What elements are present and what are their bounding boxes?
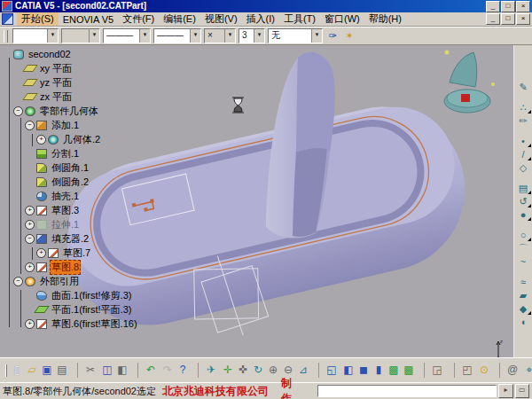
combo-dropdown-icon[interactable]: ▼ xyxy=(254,29,264,43)
tree-item-label[interactable]: 抽壳.1 xyxy=(50,190,81,203)
tree-item-label[interactable]: yz 平面 xyxy=(38,76,74,90)
menu-item[interactable]: 编辑(E) xyxy=(159,12,200,26)
tree-item-label[interactable]: 草图.7 xyxy=(61,246,92,260)
cut-icon[interactable]: ✂ xyxy=(77,363,99,378)
tree-expander-icon[interactable] xyxy=(25,121,35,130)
tree-item-label[interactable]: 外部引用 xyxy=(38,275,81,288)
point-icon[interactable]: • xyxy=(515,135,531,148)
loft-surface-icon[interactable]: ◆ xyxy=(515,302,531,316)
tree-item-label[interactable]: 草图.6(first!草图.16) xyxy=(50,317,139,331)
multi-point-icon[interactable]: ∴ xyxy=(515,101,531,114)
minimize-icon[interactable]: _ xyxy=(486,1,500,12)
fit-all-icon[interactable]: ✛ xyxy=(221,363,235,378)
minimize-icon[interactable]: _ xyxy=(486,13,500,25)
rotate-icon[interactable]: ↻ xyxy=(251,363,265,378)
tree-expander-icon[interactable] xyxy=(13,106,23,116)
graphic-painter-icon[interactable]: ✑ xyxy=(325,29,340,43)
restore-icon[interactable]: □ xyxy=(501,1,515,12)
status-dialog-icon[interactable]: ▭ xyxy=(515,384,529,398)
tree-item-label[interactable]: 拉伸.1 xyxy=(50,218,81,231)
tree-item-label[interactable]: 零部件几何体 xyxy=(38,105,100,118)
tree-item-label[interactable]: zx 平面 xyxy=(38,90,74,104)
redo-icon[interactable]: ↷ xyxy=(160,363,175,378)
menu-item[interactable]: 开始(S) xyxy=(17,12,59,26)
sphere-surface-icon[interactable]: ● xyxy=(515,208,531,222)
tree-expander-icon[interactable] xyxy=(13,277,23,286)
tree-item[interactable]: 草图.3 xyxy=(2,203,139,217)
tree-expander-icon[interactable] xyxy=(36,135,46,145)
tree-item[interactable]: 添加.1 xyxy=(2,118,139,132)
line-weight-combo[interactable]: ——— ▼ xyxy=(153,28,201,43)
tree-expander-icon[interactable] xyxy=(25,234,35,244)
line-type-combo[interactable]: ——— ▼ xyxy=(103,28,151,43)
combo-dropdown-icon[interactable]: ▼ xyxy=(47,29,58,43)
tree-item[interactable]: 填充器.2 xyxy=(2,231,139,246)
tree-item-label[interactable]: 分割.1 xyxy=(50,147,81,160)
plane-tool-icon[interactable]: ◇ xyxy=(515,161,531,175)
iso-view-icon[interactable]: ◧ xyxy=(341,363,356,378)
power-input-field[interactable] xyxy=(317,385,497,397)
tree-item-label[interactable]: 几何体.2 xyxy=(61,133,102,146)
menu-item[interactable]: ENOVIA V5 xyxy=(59,14,118,25)
hide-show-icon[interactable]: ◲ xyxy=(424,363,446,378)
compass-handle-icon[interactable] xyxy=(445,51,450,55)
sketch-tracer-icon[interactable]: ✏ xyxy=(515,114,531,128)
swap-visible-space-icon[interactable]: ◰ xyxy=(454,363,476,378)
window-titlebar[interactable]: CATIA V5 - [second02.CATPart] _ □ × xyxy=(0,0,532,12)
context-help-icon[interactable]: ? xyxy=(176,363,190,378)
tree-item-label[interactable]: 曲面.1(first!修剪.3) xyxy=(50,289,133,302)
tree-item[interactable]: zx 平面 xyxy=(2,90,139,104)
render-applicative-icon[interactable]: ▩ xyxy=(402,363,416,378)
menu-item[interactable]: 插入(I) xyxy=(242,12,279,26)
tree-item-label[interactable]: second02 xyxy=(27,49,73,59)
menu-item[interactable]: 视图(V) xyxy=(200,12,242,26)
cylinder-view-icon[interactable]: ▮ xyxy=(372,363,386,378)
render-style-spinner[interactable]: 3 ▼ xyxy=(239,28,265,43)
shaded-view-icon[interactable]: ◼ xyxy=(356,363,371,378)
close-icon[interactable]: × xyxy=(516,13,530,25)
connect-curve-icon[interactable]: ~ xyxy=(515,255,531,269)
pan-icon[interactable]: ✜ xyxy=(236,363,250,378)
tree-item[interactable]: second02 xyxy=(2,47,139,61)
copy-icon[interactable]: ◫ xyxy=(100,363,114,378)
fill-surface-icon[interactable]: ▰ xyxy=(515,289,531,302)
line-icon[interactable]: / xyxy=(515,148,531,161)
tree-item-label[interactable]: 平面.1(first!平面.3) xyxy=(50,303,133,317)
tree-item[interactable]: 零部件几何体 xyxy=(2,104,139,118)
combo-dropdown-icon[interactable]: ▼ xyxy=(89,29,99,43)
circle-icon[interactable]: ○ xyxy=(515,229,531,242)
tree-item[interactable]: xy 平面 xyxy=(2,61,139,75)
tree-expander-icon[interactable] xyxy=(36,248,46,258)
tree-item-label[interactable]: 填充器.2 xyxy=(50,232,90,246)
tree-item[interactable]: 外部引用 xyxy=(2,274,139,288)
new-file-icon[interactable]: ▯ xyxy=(10,363,24,378)
layer-combo[interactable]: 无 ▼ xyxy=(268,28,323,43)
spiral-icon[interactable]: @ xyxy=(499,363,521,378)
blend-surface-icon[interactable]: ◖ xyxy=(515,316,531,329)
transparency-combo[interactable]: ▼ xyxy=(61,28,100,43)
tree-item[interactable]: 拉伸.1 xyxy=(2,217,139,231)
extrude-surface-icon[interactable]: ▤ xyxy=(515,182,531,195)
sketcher-icon[interactable]: ✎ xyxy=(515,81,531,94)
undo-icon[interactable]: ↶ xyxy=(137,363,160,378)
tree-item[interactable]: 几何体.2 xyxy=(2,132,139,146)
tree-item[interactable]: 曲面.1(first!修剪.3) xyxy=(2,288,139,302)
lock-icon[interactable]: ⊙ xyxy=(477,363,491,378)
close-icon[interactable]: × xyxy=(516,1,530,12)
tree-expander-icon[interactable] xyxy=(25,206,35,215)
render-style-icon[interactable]: ▩ xyxy=(387,363,401,378)
tree-item[interactable]: 草图.6(first!草图.16) xyxy=(2,317,139,331)
document-icon[interactable] xyxy=(2,13,13,25)
tree-expander-icon[interactable] xyxy=(25,220,35,230)
tree-item[interactable]: 抽壳.1 xyxy=(2,189,139,203)
tree-item-label[interactable]: 倒圆角.1 xyxy=(50,161,90,175)
menu-item[interactable]: 工具(T) xyxy=(279,12,320,26)
save-icon[interactable]: ▣ xyxy=(40,363,54,378)
point-symbol-combo[interactable]: × ▼ xyxy=(204,28,236,43)
fly-mode-icon[interactable]: ✈ xyxy=(198,363,220,378)
toolbar-grip[interactable] xyxy=(5,364,7,377)
tree-item[interactable]: 倒圆角.2 xyxy=(2,175,139,189)
compass-base-icon[interactable] xyxy=(461,94,470,102)
tree-item[interactable]: yz 平面 xyxy=(2,75,139,90)
paste-icon[interactable]: ◧ xyxy=(115,363,129,378)
